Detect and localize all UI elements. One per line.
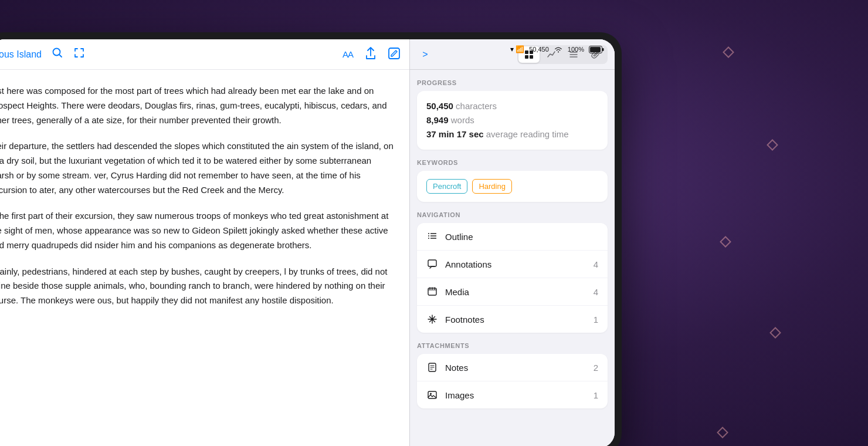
progress-card: 50,450 characters 8,949 words 37 min 17 … <box>417 91 608 150</box>
keyword-harding[interactable]: Harding <box>472 179 512 194</box>
media-count: 4 <box>594 287 598 297</box>
font-size-icon[interactable]: AA <box>343 49 353 59</box>
toolbar-right: AA <box>343 47 400 62</box>
book-title[interactable]: ous Island <box>0 49 42 60</box>
footnotes-label: Footnotes <box>445 315 586 325</box>
annotations-label: Annotations <box>445 259 586 269</box>
notes-icon <box>426 361 438 373</box>
annotations-icon <box>426 258 438 270</box>
right-panel: > <box>409 39 615 446</box>
svg-point-25 <box>430 393 432 395</box>
outline-label: Outline <box>445 232 598 242</box>
images-icon <box>426 389 438 401</box>
images-count: 1 <box>594 390 598 400</box>
media-label: Media <box>445 287 586 297</box>
svg-rect-2 <box>602 48 604 51</box>
paragraph-2: their departure, the settlers had descen… <box>0 139 398 197</box>
notes-count: 2 <box>594 363 598 373</box>
svg-rect-24 <box>428 391 436 398</box>
media-icon <box>426 286 438 298</box>
reading-toolbar: ous Island AA <box>0 39 409 70</box>
nav-footnotes[interactable]: Footnotes 1 <box>417 306 608 333</box>
notes-label: Notes <box>445 363 586 373</box>
nav-annotations[interactable]: Annotations 4 <box>417 251 608 278</box>
navigation-section-label: NAVIGATION <box>417 211 608 218</box>
nav-outline[interactable]: Outline <box>417 223 608 251</box>
attachments-card: Notes 2 Imag <box>417 354 608 408</box>
att-images[interactable]: Images 1 <box>417 381 608 408</box>
keywords-card: Pencroft Harding <box>417 171 608 202</box>
ipad-screen: ▾ 📶 50,450 100% ous Island <box>0 39 615 446</box>
att-notes[interactable]: Notes 2 <box>417 354 608 381</box>
footnotes-icon <box>426 313 438 325</box>
footnotes-count: 1 <box>594 315 598 325</box>
navigation-card: Outline Annotations 4 <box>417 223 608 333</box>
reading-time-stat: 37 min 17 sec average reading time <box>426 127 598 141</box>
search-icon[interactable] <box>51 46 64 62</box>
nav-media[interactable]: Media 4 <box>417 278 608 306</box>
battery-icon <box>589 46 604 53</box>
status-bar: ▾ 📶 50,450 100% <box>398 39 615 59</box>
share-icon[interactable] <box>365 47 377 62</box>
images-label: Images <box>445 390 586 400</box>
right-panel-content: PROGRESS 50,450 characters 8,949 words 3… <box>410 70 615 446</box>
characters-stat: 50,450 characters <box>426 99 598 113</box>
paragraph-3: g the first part of their excursion, the… <box>0 209 398 252</box>
attachments-section-label: ATTACHMENTS <box>417 342 608 349</box>
paragraph-1: rest here was composed for the most part… <box>0 84 398 127</box>
keywords-section-label: KEYWORDS <box>417 159 608 166</box>
keyword-pencroft[interactable]: Pencroft <box>426 179 467 194</box>
annotations-count: 4 <box>594 259 598 269</box>
paragraph-4: ertainly, pedestrians, hindered at each … <box>0 265 398 308</box>
battery-percent: 50,450 <box>529 46 549 53</box>
expand-icon[interactable] <box>73 47 85 62</box>
text-panel: ous Island AA <box>0 39 409 446</box>
svg-rect-18 <box>428 260 436 266</box>
battery-percent-label: 100% <box>568 46 584 53</box>
wifi-symbol <box>554 46 563 53</box>
svg-rect-1 <box>590 47 601 52</box>
outline-icon <box>426 231 438 242</box>
progress-section-label: PROGRESS <box>417 79 608 86</box>
content-area: ous Island AA <box>0 39 615 446</box>
words-stat: 8,949 words <box>426 113 598 127</box>
wifi-icon: ▾ 📶 <box>510 45 524 53</box>
ipad-frame: ▾ 📶 50,450 100% ous Island <box>0 32 622 446</box>
book-text-content: rest here was composed for the most part… <box>0 70 409 446</box>
